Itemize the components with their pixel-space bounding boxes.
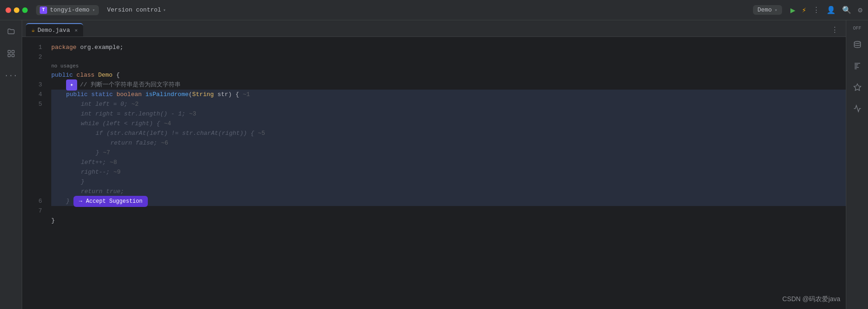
code-line-6 (51, 206, 846, 216)
code-line-s8: left++; ~8 (51, 158, 846, 167)
code-line-7: } (51, 216, 846, 225)
editor-area: ☕ Demo.java ✕ ⋮ 1 2 3 4 5 (22, 20, 846, 309)
code-line-s4: while (left < right) { ~4 (51, 119, 846, 128)
main-layout: ··· ☕ Demo.java ✕ ⋮ 1 2 3 4 5 (0, 20, 868, 309)
accept-arrow-icon: → (79, 198, 82, 205)
svg-rect-0 (8, 50, 10, 53)
account-icon[interactable]: 👤 (826, 6, 836, 15)
sidebar-folder-icon[interactable] (4, 24, 18, 39)
off-badge: OFF (853, 26, 861, 31)
tab-label: Demo.java (37, 27, 70, 34)
left-sidebar: ··· (0, 20, 22, 309)
run-icon[interactable]: ▶ (790, 5, 795, 15)
svg-rect-3 (12, 55, 14, 57)
code-line-s7: } ~7 (51, 148, 846, 158)
project-icon: T (40, 6, 47, 14)
tab-close-icon[interactable]: ✕ (74, 27, 78, 33)
project-chevron-icon: ▾ (92, 7, 95, 13)
svg-rect-1 (12, 50, 14, 53)
sidebar-structure-icon[interactable] (4, 46, 18, 61)
database-icon[interactable] (850, 37, 865, 52)
svg-rect-2 (8, 55, 10, 57)
debug-icon[interactable]: ⚡ (802, 6, 807, 15)
tab-more-icon[interactable]: ⋮ (827, 24, 842, 36)
code-line-3: public class Demo { (51, 70, 846, 80)
accept-suggestion-button[interactable]: → Accept Suggestion (73, 196, 148, 207)
code-content: package org.example; no usages public cl… (48, 37, 846, 309)
code-line-1: package org.example; (51, 42, 846, 52)
close-button[interactable] (6, 7, 11, 13)
code-line-s6: return false; ~6 (51, 138, 846, 148)
run-config-label: Demo (758, 6, 772, 13)
search-icon[interactable]: 🔍 (842, 6, 851, 15)
right-sidebar: OFF (846, 20, 868, 309)
project-badge[interactable]: T tongyi-demo ▾ (36, 5, 99, 15)
code-line-s5: if (str.charAt(left) != str.charAt(right… (51, 128, 846, 138)
svg-point-4 (854, 42, 861, 44)
accept-button-label: Accept Suggestion (86, 198, 142, 205)
code-line-2 (51, 52, 846, 62)
code-line-close-brace: } → Accept Suggestion (51, 196, 846, 206)
traffic-lights (6, 7, 28, 13)
version-control-menu[interactable]: Version control ▾ (103, 5, 170, 15)
sidebar-more-icon[interactable]: ··· (4, 68, 18, 83)
code-line-4: ✦ // 判断一个字符串是否为回文字符串 (51, 80, 846, 90)
settings-icon[interactable]: ⚙ (858, 6, 862, 15)
code-line-s3: int right = str.length() - 1; ~3 (51, 109, 846, 119)
title-actions: ▶ ⚡ ⋮ 👤 🔍 ⚙ (790, 5, 862, 15)
title-bar: T tongyi-demo ▾ Version control ▾ Demo ▾… (0, 0, 868, 20)
tab-demo-java[interactable]: ☕ Demo.java ✕ (26, 23, 83, 36)
version-control-chevron-icon: ▾ (163, 7, 166, 13)
no-usages-label: no usages (51, 62, 846, 70)
run-config-chevron-icon: ▾ (775, 7, 777, 13)
profiler-icon[interactable] (850, 101, 865, 116)
code-editor[interactable]: 1 2 3 4 5 6 7 (22, 37, 846, 309)
code-line-s10: } (51, 177, 846, 187)
tab-bar: ☕ Demo.java ✕ ⋮ (22, 20, 846, 37)
code-line-s2: int left = 0; ~2 (51, 99, 846, 109)
line-numbers: 1 2 3 4 5 6 7 (22, 37, 48, 309)
ai-assistant-icon[interactable] (850, 80, 865, 95)
code-line-s11: return true; (51, 187, 846, 196)
version-control-label: Version control (107, 6, 161, 13)
code-line-5: public static boolean isPalindrome(Strin… (51, 90, 846, 99)
java-file-icon: ☕ (31, 27, 35, 34)
code-line-s9: right--; ~9 (51, 167, 846, 177)
csdn-watermark: CSDN @码农爱java (783, 295, 840, 303)
maven-icon[interactable] (850, 59, 865, 73)
minimize-button[interactable] (14, 7, 19, 13)
maximize-button[interactable] (22, 7, 28, 13)
run-config[interactable]: Demo ▾ (753, 5, 782, 15)
more-icon[interactable]: ⋮ (813, 6, 820, 15)
project-name: tongyi-demo (50, 6, 90, 13)
